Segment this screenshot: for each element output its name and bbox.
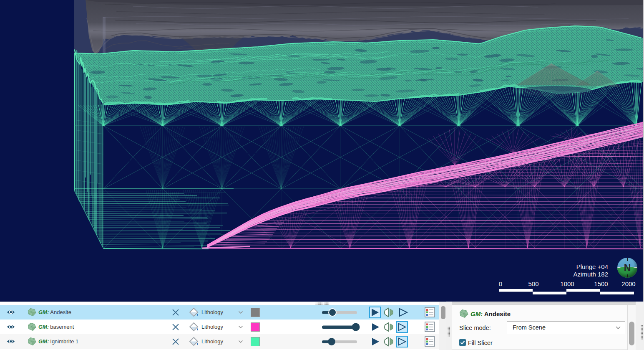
svg-text:N: N [624,262,631,273]
